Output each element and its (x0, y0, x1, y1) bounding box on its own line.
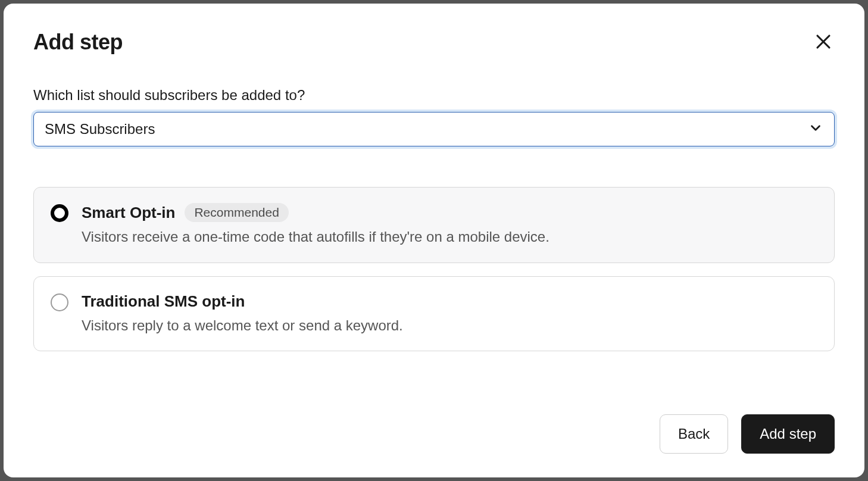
list-select[interactable]: SMS Subscribers (33, 112, 835, 146)
list-select-label: Which list should subscribers be added t… (33, 87, 835, 104)
option-body: Traditional SMS opt-in Visitors reply to… (82, 292, 817, 336)
option-title: Smart Opt-in (82, 204, 175, 222)
option-title-row: Smart Opt-in Recommended (82, 203, 817, 222)
add-step-button[interactable]: Add step (741, 414, 835, 454)
option-body: Smart Opt-in Recommended Visitors receiv… (82, 203, 817, 247)
back-button[interactable]: Back (660, 414, 728, 454)
option-description: Visitors receive a one-time code that au… (82, 227, 817, 247)
radio-unchecked-icon (51, 293, 68, 311)
modal-header: Add step (33, 30, 835, 55)
modal-title: Add step (33, 30, 123, 55)
option-title-row: Traditional SMS opt-in (82, 292, 817, 311)
close-button[interactable] (812, 30, 835, 55)
option-title: Traditional SMS opt-in (82, 292, 245, 311)
close-icon (814, 33, 832, 52)
modal-footer: Back Add step (33, 414, 835, 454)
chevron-down-icon (808, 120, 823, 138)
option-traditional-sms[interactable]: Traditional SMS opt-in Visitors reply to… (33, 276, 835, 352)
radio-checked-icon (51, 204, 68, 222)
option-smart-opt-in[interactable]: Smart Opt-in Recommended Visitors receiv… (33, 187, 835, 263)
option-description: Visitors reply to a welcome text or send… (82, 316, 817, 336)
add-step-modal: Add step Which list should subscribers b… (4, 4, 864, 477)
recommended-badge: Recommended (185, 203, 288, 222)
list-select-value: SMS Subscribers (45, 121, 808, 138)
